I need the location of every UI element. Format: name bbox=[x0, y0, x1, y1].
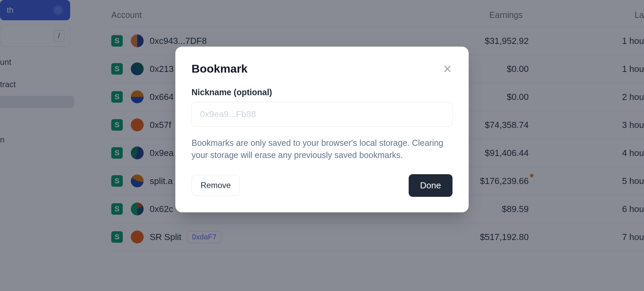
modal-overlay[interactable]: Bookmark Nickname (optional) Bookmarks a… bbox=[0, 0, 644, 291]
helper-text: Bookmarks are only saved to your browser… bbox=[192, 137, 452, 161]
done-button[interactable]: Done bbox=[409, 174, 452, 197]
nickname-input[interactable] bbox=[192, 102, 452, 127]
nickname-label: Nickname (optional) bbox=[192, 87, 452, 97]
bookmark-modal: Bookmark Nickname (optional) Bookmarks a… bbox=[175, 47, 469, 212]
remove-button[interactable]: Remove bbox=[192, 175, 240, 196]
close-icon[interactable] bbox=[442, 64, 452, 74]
modal-title: Bookmark bbox=[192, 62, 247, 75]
